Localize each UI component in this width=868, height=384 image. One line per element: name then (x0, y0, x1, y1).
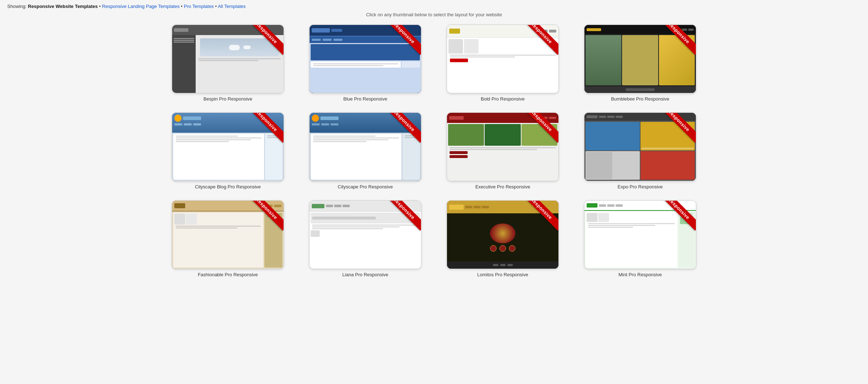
template-name: Cityscape Blog Pro Responsive (195, 184, 261, 189)
template-name: Blue Pro Responsive (343, 96, 387, 102)
template-thumbnail[interactable]: Responsive (309, 112, 421, 181)
template-name: Cityscape Pro Responsive (338, 184, 393, 189)
template-thumbnail[interactable]: Responsive (584, 112, 696, 181)
templates-grid: Responsive (163, 25, 705, 277)
link-all-templates[interactable]: All Templates (218, 4, 246, 9)
template-item[interactable]: Responsive (163, 25, 293, 102)
template-thumbnail[interactable]: Responsive (447, 112, 559, 181)
template-thumbnail[interactable]: Responsive (172, 25, 284, 93)
template-name: Mint Pro Responsive (618, 272, 662, 277)
template-name: Lomitos Pro Responsive (477, 272, 528, 277)
template-thumbnail[interactable]: Responsive (172, 112, 284, 181)
template-name: Fashionable Pro Responsive (198, 272, 258, 277)
template-name: Bespin Pro Responsive (203, 96, 252, 102)
template-name: Liana Pro Responsive (342, 272, 388, 277)
showing-prefix: Showing: (7, 4, 26, 9)
template-item[interactable]: Responsive (300, 200, 430, 277)
template-thumbnail[interactable]: Responsive (172, 200, 284, 269)
template-item[interactable]: Responsive (575, 25, 705, 102)
template-item[interactable]: Responsive (438, 200, 568, 277)
template-name: Bold Pro Responsive (481, 96, 524, 102)
link-landing-page[interactable]: Responsive Landing Page Templates (102, 4, 179, 9)
template-name: Bumblebee Pro Responsive (611, 96, 669, 102)
showing-current: Responsive Website Templates (28, 4, 98, 9)
template-thumbnail[interactable]: Responsive (309, 200, 421, 269)
template-thumbnail[interactable]: Responsive (584, 200, 696, 269)
showing-bar: Showing: Responsive Website Templates • … (7, 4, 861, 9)
template-name: Expo Pro Responsive (617, 184, 663, 189)
template-thumbnail[interactable]: Responsive (447, 25, 559, 93)
template-item[interactable]: Responsive (575, 112, 705, 189)
template-item[interactable]: Responsive (163, 112, 293, 189)
template-item[interactable]: Responsive (438, 25, 568, 102)
template-thumbnail[interactable]: Responsive (584, 25, 696, 93)
template-item[interactable]: Responsive (300, 25, 430, 102)
subtitle: Click on any thumbnail below to select t… (7, 12, 861, 17)
template-thumbnail[interactable]: Responsive (447, 200, 559, 269)
template-item[interactable]: Responsive (575, 200, 705, 277)
template-item[interactable]: Responsive (300, 112, 430, 189)
template-name: Executive Pro Responsive (475, 184, 530, 189)
link-pro-templates[interactable]: Pro Templates (184, 4, 214, 9)
template-item[interactable]: Responsive (163, 200, 293, 277)
template-thumbnail[interactable]: Responsive (309, 25, 421, 93)
template-item[interactable]: Responsive (438, 112, 568, 189)
separator1: • (99, 4, 102, 9)
